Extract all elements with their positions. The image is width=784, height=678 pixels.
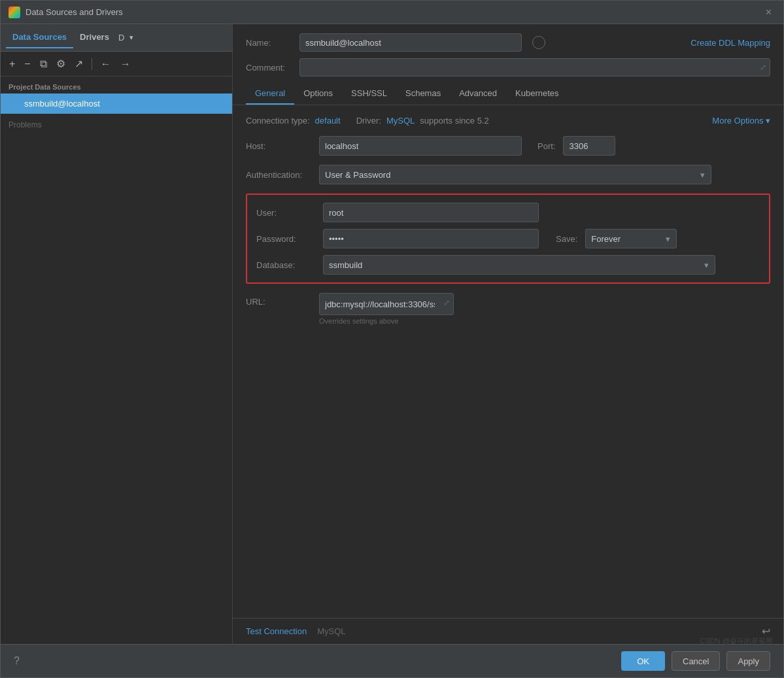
tabs-row: General Options SSH/SSL Schemas Advanced… bbox=[246, 83, 770, 105]
driver-label: Driver: bbox=[356, 116, 381, 126]
add-button[interactable]: + bbox=[6, 56, 18, 72]
problems-label: Problems bbox=[1, 114, 232, 136]
conn-type-value[interactable]: default bbox=[315, 116, 341, 126]
tab-ssh-ssl[interactable]: SSH/SSL bbox=[342, 83, 396, 105]
test-connection-button[interactable]: Test Connection bbox=[246, 626, 307, 636]
apply-button[interactable]: Apply bbox=[726, 651, 770, 671]
port-label: Port: bbox=[537, 141, 555, 151]
back-button[interactable]: ← bbox=[97, 56, 114, 72]
datasource-icon bbox=[9, 97, 19, 110]
user-row: User: bbox=[256, 203, 760, 222]
database-label: Database: bbox=[256, 260, 315, 270]
port-input[interactable] bbox=[563, 136, 615, 156]
driver-suffix: supports since 5.2 bbox=[420, 116, 489, 126]
sidebar-toolbar: + − ⧉ ⚙ ↗ ← → bbox=[1, 52, 232, 76]
tab-advanced[interactable]: Advanced bbox=[450, 83, 506, 105]
name-row: Name: Create DDL Mapping bbox=[246, 33, 770, 52]
sidebar-item-ssmbuild[interactable]: ssmbuild@localhost bbox=[1, 93, 232, 114]
url-expand-icon[interactable]: ⤢ bbox=[443, 298, 450, 307]
more-options-button[interactable]: More Options ▾ bbox=[712, 116, 770, 126]
database-select[interactable]: ssmbuild bbox=[323, 255, 715, 275]
sidebar-item-label: ssmbuild@localhost bbox=[24, 99, 100, 109]
tab-general[interactable]: General bbox=[246, 83, 294, 105]
credentials-box: User: Password: Save: Forever Until rest… bbox=[246, 194, 770, 284]
auth-label: Authentication: bbox=[246, 170, 311, 180]
comment-expand-icon[interactable]: ⤢ bbox=[760, 63, 766, 72]
app-icon bbox=[9, 7, 20, 18]
url-label: URL: bbox=[246, 293, 311, 307]
comment-input[interactable] bbox=[299, 58, 770, 76]
copy-button[interactable]: ⧉ bbox=[37, 56, 50, 72]
user-label: User: bbox=[256, 208, 315, 218]
form-area: Connection type: default Driver: MySQL s… bbox=[233, 105, 783, 618]
url-hint: Overrides settings above bbox=[319, 317, 454, 325]
mysql-label: MySQL bbox=[317, 626, 345, 636]
connection-type-row: Connection type: default Driver: MySQL s… bbox=[246, 116, 770, 126]
name-input[interactable] bbox=[299, 33, 522, 52]
password-row: Password: Save: Forever Until restart Ne… bbox=[256, 229, 760, 248]
dialog-footer: ? OK Cancel Apply bbox=[1, 644, 783, 677]
dialog: Data Sources and Drivers × Data Sources … bbox=[0, 0, 784, 678]
name-label: Name: bbox=[246, 38, 292, 48]
driver-value[interactable]: MySQL bbox=[386, 116, 415, 126]
db-select-wrap: ssmbuild ▾ bbox=[323, 255, 715, 275]
create-ddl-button[interactable]: Create DDL Mapping bbox=[690, 38, 770, 48]
user-input[interactable] bbox=[323, 203, 539, 222]
url-field-wrap: ⤢ bbox=[319, 293, 454, 315]
watermark: CSDN @奋斗的草莓熊 bbox=[700, 636, 773, 646]
host-label: Host: bbox=[246, 141, 311, 151]
tab-drivers[interactable]: Drivers bbox=[73, 27, 116, 48]
title-bar-text: Data Sources and Drivers bbox=[26, 7, 762, 17]
project-data-sources-label: Project Data Sources bbox=[1, 76, 232, 93]
password-label: Password: bbox=[256, 234, 315, 244]
right-header: Name: Create DDL Mapping Comment: ⤢ Gene… bbox=[233, 24, 783, 105]
auth-select[interactable]: User & Password No auth Username & Passw… bbox=[319, 165, 711, 184]
tab-data-sources[interactable]: Data Sources bbox=[6, 27, 73, 48]
tab-schemas[interactable]: Schemas bbox=[396, 83, 450, 105]
main-content: Data Sources Drivers D ▾ + − ⧉ ⚙ ↗ ← → P… bbox=[1, 24, 783, 644]
export-button[interactable]: ↗ bbox=[71, 56, 86, 72]
tab-d[interactable]: D bbox=[116, 27, 127, 48]
auth-row: Authentication: User & Password No auth … bbox=[246, 165, 770, 184]
url-row: URL: ⤢ Overrides settings above bbox=[246, 293, 770, 325]
right-panel: Name: Create DDL Mapping Comment: ⤢ Gene… bbox=[233, 24, 783, 644]
url-input-wrap: ⤢ Overrides settings above bbox=[319, 293, 454, 325]
forward-button[interactable]: → bbox=[117, 56, 134, 72]
cancel-button[interactable]: Cancel bbox=[672, 651, 720, 671]
sidebar-dropdown-icon[interactable]: ▾ bbox=[127, 28, 136, 47]
sidebar: Data Sources Drivers D ▾ + − ⧉ ⚙ ↗ ← → P… bbox=[1, 24, 233, 644]
remove-button[interactable]: − bbox=[21, 56, 33, 72]
ok-button[interactable]: OK bbox=[621, 651, 665, 671]
title-bar: Data Sources and Drivers × bbox=[1, 1, 783, 24]
comment-row: Comment: ⤢ bbox=[246, 58, 770, 76]
settings-button[interactable]: ⚙ bbox=[53, 56, 69, 72]
status-circle bbox=[532, 36, 545, 49]
sidebar-tabs: Data Sources Drivers D ▾ bbox=[1, 24, 232, 52]
url-input[interactable] bbox=[319, 293, 454, 315]
auth-select-wrap: User & Password No auth Username & Passw… bbox=[319, 165, 711, 184]
help-icon[interactable]: ? bbox=[14, 655, 20, 667]
save-label: Save: bbox=[556, 234, 577, 244]
comment-input-wrap: ⤢ bbox=[299, 58, 770, 76]
comment-label: Comment: bbox=[246, 63, 292, 73]
host-row: Host: Port: bbox=[246, 136, 770, 156]
database-row: Database: ssmbuild ▾ bbox=[256, 255, 760, 275]
host-input[interactable] bbox=[319, 136, 522, 156]
close-icon[interactable]: × bbox=[762, 5, 775, 20]
toolbar-separator bbox=[92, 58, 92, 70]
save-select[interactable]: Forever Until restart Never bbox=[585, 229, 677, 248]
save-select-wrap: Forever Until restart Never ▾ bbox=[585, 229, 677, 248]
tab-options[interactable]: Options bbox=[294, 83, 342, 105]
conn-type-label: Connection type: bbox=[246, 116, 310, 126]
password-input[interactable] bbox=[323, 229, 539, 248]
tab-kubernetes[interactable]: Kubernetes bbox=[506, 83, 568, 105]
